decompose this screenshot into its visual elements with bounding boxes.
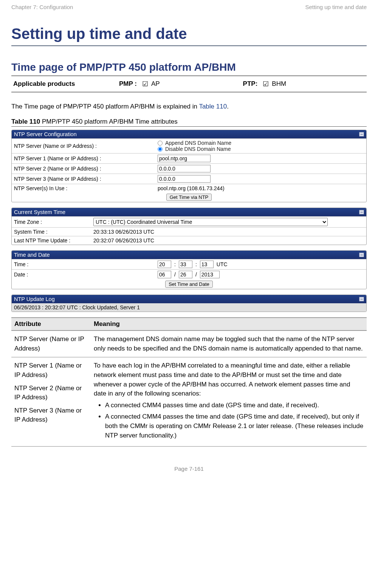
attr-name-ntp-server1: NTP Server 1 (Name or IP Address) (14, 361, 88, 380)
time-ss-input[interactable] (200, 261, 214, 268)
page-title-h1: Setting up time and date (11, 25, 367, 42)
time-mm-input[interactable] (179, 261, 192, 268)
date-yr-input[interactable] (200, 271, 220, 278)
set-time-date-button[interactable]: Set Time and Date (165, 281, 213, 288)
ntp-server2-label: NTP Server 2 (Name or IP Address) : (12, 164, 155, 174)
time-zone-label: Time Zone : (12, 217, 91, 228)
caption-bold: Table 110 (11, 118, 40, 125)
ptp-check-icon: ☑ (263, 80, 269, 88)
get-time-ntp-button[interactable]: Get Time via NTP (166, 194, 212, 201)
page-title-h2: Time page of PMP/PTP 450 platform AP/BHM (11, 61, 367, 73)
log-entry: 06/26/2013 : 20:32:07 UTC : Clock Update… (12, 303, 366, 312)
collapse-icon[interactable]: − (359, 210, 364, 214)
current-system-time-panel: Current System Time − Time Zone : UTC : … (11, 208, 367, 245)
date-mo-input[interactable] (158, 271, 171, 278)
pmp-value: AP (151, 80, 160, 88)
attr-meaning-ntp-server: The management DNS domain name may be to… (91, 330, 367, 357)
last-ntp-value: 20:32:07 06/26/2013 UTC (91, 236, 366, 245)
ntp-server3-label: NTP Server 3 (Name or IP Address) : (12, 174, 155, 184)
disable-dns-label: Disable DNS Domain Name (165, 146, 231, 152)
collapse-icon[interactable]: − (359, 132, 364, 137)
cst-panel-title: Current System Time (14, 209, 65, 215)
bullet-cmm4-2: A connected CMM4 passes the time and dat… (105, 412, 364, 440)
col-header-attribute: Attribute (11, 318, 91, 330)
append-dns-label: Append DNS Domain Name (165, 140, 231, 146)
pmp-label: PMP : (119, 80, 137, 88)
system-time-value: 20:33:13 06/26/2013 UTC (91, 228, 366, 236)
ntp-server1-label: NTP Server 1 (Name or IP Address) : (12, 154, 155, 164)
bullet-cmm4-1: A connected CMM4 passes time and date (G… (105, 401, 364, 410)
applicable-products-label: Applicable products (13, 80, 119, 88)
append-dns-radio[interactable] (158, 141, 163, 146)
page-footer: Page 7-161 (11, 465, 367, 472)
ntp-server2-input[interactable] (158, 165, 211, 172)
h1-rule (11, 45, 367, 46)
time-hh-input[interactable] (158, 261, 171, 268)
system-time-label: System Time : (12, 228, 91, 236)
attr-name-ntp-server: NTP Server (Name or IP Address) (11, 330, 91, 357)
section-label: Setting up time and date (305, 4, 367, 10)
chapter-label: Chapter 7: Configuration (11, 4, 73, 10)
ntp-server-label: NTP Server (Name or IP Address) : (12, 139, 155, 154)
col-header-meaning: Meaning (91, 318, 367, 330)
ntp-update-log-panel: NTP Update Log − 06/26/2013 : 20:32:07 U… (11, 295, 367, 312)
applicable-products-row: Applicable products PMP : ☑ AP PTP: ☑ BH… (11, 76, 367, 92)
time-tz-label: UTC (217, 261, 228, 267)
attr-meaning-ntp-servers: To have each log in the AP/BHM correlate… (94, 361, 364, 399)
attr-name-ntp-server3: NTP Server 3 (Name or IP Address) (14, 406, 88, 425)
ptp-value: BHM (272, 80, 286, 88)
time-zone-select[interactable]: UTC : (UTC) Coordinated Universal Time (93, 218, 328, 226)
ntp-server1-input[interactable] (158, 155, 211, 162)
td-panel-title: Time and Date (14, 252, 50, 258)
caption-rule (11, 126, 367, 127)
time-label: Time : (12, 259, 155, 270)
pmp-check-icon: ☑ (142, 80, 148, 88)
intro-pre: The Time page of PMP/PTP 450 platform AP… (11, 103, 199, 110)
table-caption: Table 110 PMP/PTP 450 platform AP/BHM Ti… (11, 118, 367, 126)
disable-dns-radio[interactable] (158, 147, 163, 152)
date-label: Date : (12, 270, 155, 280)
attr-name-ntp-server2: NTP Server 2 (Name or IP Address) (14, 384, 88, 402)
date-da-input[interactable] (179, 271, 192, 278)
attributes-table: Attribute Meaning NTP Server (Name or IP… (11, 317, 367, 447)
collapse-icon[interactable]: − (359, 297, 364, 301)
log-panel-title: NTP Update Log (14, 296, 55, 302)
ntp-inuse-label: NTP Server(s) In Use : (12, 184, 155, 193)
intro-post: . (227, 103, 229, 110)
ntp-panel-title: NTP Server Configuration (14, 131, 77, 137)
ntp-server-config-panel: NTP Server Configuration − NTP Server (N… (11, 130, 367, 202)
caption-rest: PMP/PTP 450 platform AP/BHM Time attribu… (40, 118, 177, 125)
ntp-server3-input[interactable] (158, 175, 211, 183)
ptp-label: PTP: (243, 80, 258, 88)
time-and-date-panel: Time and Date − Time : : : UTC Date : / … (11, 250, 367, 289)
collapse-icon[interactable]: − (359, 253, 364, 257)
intro-paragraph: The Time page of PMP/PTP 450 platform AP… (11, 103, 367, 110)
last-ntp-label: Last NTP Time Update : (12, 236, 91, 245)
ntp-inuse-value: pool.ntp.org (108.61.73.244) (155, 184, 366, 193)
table-110-link[interactable]: Table 110 (199, 103, 227, 110)
